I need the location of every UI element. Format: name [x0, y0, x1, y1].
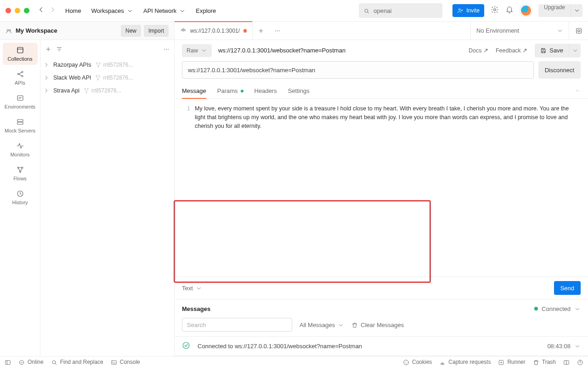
disconnect-button[interactable]: Disconnect	[538, 61, 581, 79]
message-type-selector[interactable]: Text	[182, 284, 202, 292]
invite-icon	[457, 7, 464, 14]
environment-selector[interactable]: No Environment	[470, 22, 569, 40]
two-pane-icon[interactable]	[563, 359, 570, 366]
messages-filter[interactable]: All Messages	[300, 321, 344, 328]
svg-point-37	[52, 361, 56, 364]
invite-button[interactable]: Invite	[452, 4, 484, 17]
feedback-link[interactable]: Feedback ↗	[496, 47, 527, 54]
upgrade-caret[interactable]	[571, 4, 582, 17]
tab-settings[interactable]: Settings	[288, 83, 310, 98]
rail-mock-servers[interactable]: Mock Servers	[3, 115, 38, 137]
collection-name: Slack Web API	[53, 75, 91, 81]
trash-icon	[533, 359, 539, 366]
workspace-selector[interactable]: My Workspace	[6, 27, 57, 34]
request-tab[interactable]: ws://127.0.0.1:3001/wet	[175, 22, 253, 40]
tab-params[interactable]: Params	[217, 83, 243, 98]
protocol-selector[interactable]: Raw	[182, 44, 212, 57]
cookies-button[interactable]: Cookies	[403, 359, 432, 366]
menu-home[interactable]: Home	[65, 7, 81, 14]
invite-label: Invite	[466, 7, 480, 14]
docs-link[interactable]: Docs ↗	[469, 47, 488, 54]
menu-explore[interactable]: Explore	[196, 7, 216, 14]
message-row[interactable]: Connected to ws://127.0.0.1:3001/websock…	[175, 336, 588, 356]
clear-messages-button[interactable]: Clear Messages	[351, 321, 404, 328]
collection-hash: rr8572876...	[103, 75, 133, 81]
chevron-down-icon	[574, 305, 581, 312]
collapse-icon[interactable]	[574, 87, 581, 95]
chevron-right-icon	[43, 62, 50, 69]
window-min-dot[interactable]	[15, 8, 20, 13]
url-input[interactable]: ws://127.0.0.1:3001/websocket?name=Postm…	[182, 61, 534, 79]
svg-point-36	[19, 360, 23, 364]
settings-icon[interactable]	[491, 6, 499, 16]
rail-apis[interactable]: APIs	[3, 67, 38, 89]
new-tab-button[interactable]	[253, 22, 269, 40]
rail-monitors-label: Monitors	[10, 152, 29, 157]
nav-back-icon[interactable]	[37, 6, 45, 16]
websocket-icon	[180, 27, 187, 34]
window-close-dot[interactable]	[6, 8, 11, 13]
filter-button[interactable]	[56, 45, 62, 53]
rail-flows[interactable]: Flows	[3, 162, 38, 184]
capture-button[interactable]: Capture requests	[439, 359, 491, 366]
svg-point-2	[494, 9, 496, 11]
toggle-sidebar-icon[interactable]	[5, 359, 11, 366]
chevron-down-icon	[201, 47, 207, 54]
svg-point-8	[279, 30, 280, 31]
svg-point-4	[9, 29, 11, 31]
svg-point-42	[406, 363, 406, 364]
console-button[interactable]: Console	[111, 359, 140, 366]
tabs-overflow-button[interactable]	[269, 22, 286, 40]
avatar[interactable]	[520, 5, 532, 17]
global-search[interactable]: openai	[359, 3, 442, 18]
svg-point-6	[275, 30, 276, 31]
message-type-label: Text	[182, 285, 193, 292]
rail-collections[interactable]: Collections	[3, 43, 38, 65]
online-status[interactable]: Online	[18, 359, 44, 366]
menu-workspaces[interactable]: Workspaces	[91, 7, 133, 14]
find-replace-button[interactable]: Find and Replace	[51, 359, 103, 366]
collection-item[interactable]: Slack Web API rr8572876...	[40, 71, 174, 84]
collection-item[interactable]: Razorpay APIs rr8572876...	[40, 58, 174, 71]
sidebar-overflow-button[interactable]	[163, 45, 170, 53]
request-title: ws://127.0.0.1:3001/websocket?name=Postm…	[218, 47, 345, 54]
chevron-down-icon	[338, 321, 344, 328]
window-max-dot[interactable]	[24, 8, 29, 13]
external-icon: ↗	[483, 47, 488, 54]
environment-label: No Environment	[476, 27, 519, 34]
connection-status[interactable]: Connected	[534, 305, 581, 312]
bell-icon[interactable]	[505, 6, 514, 16]
tab-message[interactable]: Message	[182, 83, 206, 98]
menu-api-network[interactable]: API Network	[143, 7, 186, 14]
messages-search[interactable]: Search	[182, 318, 292, 332]
connection-status-label: Connected	[542, 305, 571, 312]
save-caret[interactable]	[569, 44, 581, 58]
svg-rect-38	[112, 361, 117, 364]
help-icon[interactable]	[577, 359, 583, 366]
capture-label: Capture requests	[448, 359, 491, 365]
clear-messages-label: Clear Messages	[361, 322, 404, 328]
import-button[interactable]: Import	[144, 25, 169, 37]
workspace-icon	[6, 27, 12, 34]
add-collection-button[interactable]	[45, 45, 51, 53]
collection-item[interactable]: Strava Api rr8572876...	[40, 84, 174, 97]
tab-headers[interactable]: Headers	[254, 83, 277, 98]
svg-point-24	[168, 49, 169, 50]
upgrade-button[interactable]: Upgrade	[538, 4, 571, 17]
save-button[interactable]: Save	[535, 44, 569, 58]
trash-button[interactable]: Trash	[533, 359, 556, 366]
send-button[interactable]: Send	[554, 281, 581, 295]
runner-button[interactable]: Runner	[498, 359, 525, 366]
external-icon: ↗	[522, 47, 527, 54]
environment-quicklook[interactable]	[569, 22, 588, 40]
new-button[interactable]: New	[121, 25, 141, 37]
svg-point-41	[407, 362, 407, 363]
chevron-right-icon	[43, 87, 50, 94]
trash-label: Trash	[542, 359, 556, 365]
nav-forward-icon[interactable]	[49, 6, 57, 16]
rail-monitors[interactable]: Monitors	[3, 138, 38, 161]
message-editor[interactable]: My love, every moment spent by your side…	[195, 104, 581, 130]
rail-environments[interactable]: Environments	[3, 91, 38, 113]
console-label: Console	[120, 359, 140, 365]
rail-history[interactable]: History	[3, 186, 38, 208]
